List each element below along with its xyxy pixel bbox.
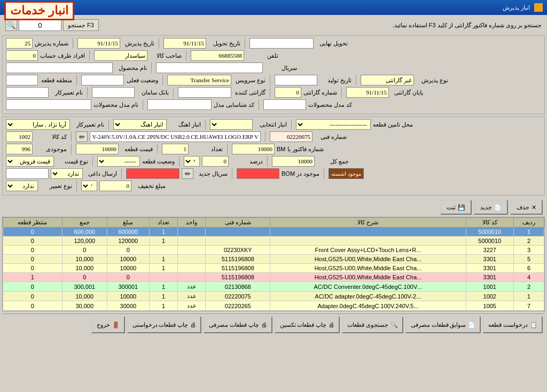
serial-daghi-input[interactable] [6, 168, 49, 179]
mojodi-input[interactable] [6, 144, 33, 154]
table-row[interactable]: 33227...Front Cover Assy+LCD+Touch Lens+… [3, 246, 544, 255]
serial-daghi-select[interactable]: ندارد [51, 168, 83, 179]
سوابق-قطعات-مصرفی-button[interactable]: 📄سوابق قطعات مصرفی [405, 316, 481, 333]
btn-label: چاپ قطعات درخواستی [132, 322, 189, 328]
anbar-entekhabee-select[interactable] [210, 119, 253, 130]
درخواست-قطعه-button[interactable]: 📋درخواست قطعه [483, 316, 543, 333]
now-servis-input[interactable] [167, 75, 231, 85]
tedad-input[interactable] [162, 144, 189, 154]
bom-red-input [237, 168, 279, 179]
shomare-fani-input[interactable] [270, 131, 312, 142]
btn-label: سوابق قطعات مصرفی [411, 322, 466, 328]
nam-model-label: نام مدل محصولات [93, 101, 138, 108]
tarikh-paziresh-input[interactable] [77, 38, 120, 49]
serial-jadid-edit-button[interactable]: ✏ [182, 168, 193, 179]
چاپ-قطعات-مصرفی-button[interactable]: 🖨چاپ قطعات مصرفی [204, 316, 272, 333]
tedad-label: تعداد [191, 146, 223, 153]
sabt-icon: 💾 [458, 204, 465, 211]
table-row[interactable]: 150000101600000600,0000 [3, 228, 544, 237]
garanty-konande-input[interactable] [178, 87, 231, 98]
name-taminkar-select[interactable]: آریا نژاد , سارا [6, 119, 70, 130]
kod-model-label: کد مدل محصولات [308, 101, 352, 108]
tarikh-tahvil-label: تاریخ تحویل [208, 40, 240, 47]
خروج-button[interactable]: 🚪خروج [91, 316, 125, 333]
ghimat-ghate-input[interactable] [76, 144, 119, 154]
shomare-factor-bm-input[interactable] [232, 144, 275, 154]
barcode-input[interactable] [90, 131, 261, 142]
bom-label: موجود در BOM [282, 170, 319, 177]
search-input[interactable] [19, 19, 61, 31]
tarikh-tolid-input[interactable] [275, 75, 317, 85]
table-row[interactable]: 250000101120000120,0000 [3, 237, 544, 246]
tarikh-paziresh-label: تاریخ پذیرش [122, 40, 154, 47]
name-taminkar-top-label: نام تعمیرکار [51, 89, 83, 96]
kod-model-input[interactable] [263, 99, 306, 110]
bom-button[interactable]: موجود اشسته [329, 168, 364, 179]
col-mablagh: مبلغ [107, 218, 149, 228]
kod-shenasaei-input[interactable] [147, 99, 212, 110]
table-row[interactable]: 11002...AC/DC adapter.0degC-45degC.100V-… [3, 292, 544, 301]
جستجوی-قطعات-button[interactable]: 🔍جستجوی قطعات [342, 316, 403, 333]
btn-icon: 🔍 [390, 322, 398, 328]
serial-input[interactable] [156, 62, 263, 73]
darsad-input[interactable] [202, 156, 229, 167]
form-row-4: نوع پذیرش تاریخ تولید نوع سرویس وضعیت فع… [6, 75, 541, 85]
table-row[interactable]: 71005...Adapter.0degC.45degC.100V.240V.5… [3, 301, 544, 311]
table-row[interactable]: 21001...AC/DC Conventer.0degC-45degC.100… [3, 282, 544, 292]
detail-row-1: محل تامین قطعه ------------------- انبار… [6, 119, 541, 130]
payan-garanti-input[interactable] [346, 87, 389, 98]
garanty-konande-label: گارانتی کننده [233, 89, 265, 96]
now-ghimat-label: نوع قیمت [56, 158, 88, 165]
darsad-select[interactable]: ▼ [184, 156, 200, 167]
table-header-row: ردیف کد کالا شرح کالا شماره فنی واحد تعد… [3, 218, 544, 228]
jadid-button[interactable]: 📄 جدید [474, 200, 508, 215]
tahvil-nahaei-label: تحویل نهایی [316, 40, 348, 47]
anbar-ahang-select[interactable]: انبار اهنگ [113, 119, 167, 130]
now-paziresh-input[interactable] [361, 75, 414, 85]
bank-saman-input[interactable] [92, 87, 135, 98]
now-tamir-select[interactable]: ندارد [6, 181, 38, 191]
mablagh-takhfif-select[interactable]: ▼ [81, 181, 97, 191]
barcode-edit-button[interactable]: ✏ [76, 131, 88, 142]
anbar-ahang-label: انبار اهنگ [169, 121, 201, 128]
afrad-taraf-hesab-input[interactable] [6, 50, 38, 61]
mahale-tamin-select[interactable]: ------------------- [296, 119, 371, 130]
payan-garanti-label: پایان گارانتی [391, 89, 423, 96]
table-section: ردیف کد کالا شرح کالا شماره فنی واحد تعد… [2, 217, 545, 311]
hazf-button[interactable]: ✕ حذف [510, 200, 543, 215]
btn-icon: 📄 [468, 322, 475, 328]
serial-daghi-label: ارسال داغی [85, 170, 117, 177]
search-icon-button[interactable]: 🔍 [5, 19, 17, 31]
saheb-kala-input[interactable] [94, 50, 147, 61]
now-ghimat-select[interactable]: قیمت فروش [6, 156, 54, 167]
sabt-button[interactable]: 💾 ثبت [440, 200, 472, 215]
vaziat-ghate-select[interactable]: ------ [97, 156, 140, 167]
shomare-garanti-label: شماره گارانتی [303, 89, 337, 96]
shomare-paziresh-input[interactable] [6, 38, 33, 49]
mablagh-takhfif-input[interactable] [99, 181, 131, 191]
btn-label: چاپ قطعات مصرفی [209, 322, 259, 328]
mantaghe-ghate-input[interactable] [6, 75, 38, 85]
tarikh-tahvil-input[interactable] [163, 38, 206, 49]
mojodi-label: موجودی [35, 146, 67, 153]
shomare-garanti-input[interactable] [275, 87, 301, 98]
logo: انبار خدمات [4, 1, 74, 20]
vaziat-feli-input[interactable] [81, 75, 124, 85]
name-taminkar-top-input[interactable] [6, 87, 49, 98]
anbar-entekhabee-label: انبار انتخابی [255, 121, 287, 128]
detail-row-4: جمع کل درصد ▼ وضعیت قطعه ------ نوع قیمت… [6, 156, 541, 167]
table-row[interactable]: 43301...Host,G525-U00,White,Middle East … [3, 273, 544, 282]
kod-kala-input[interactable] [6, 131, 33, 142]
nam-model-input[interactable] [6, 99, 91, 110]
search-f3-button[interactable]: F3 جستجو [63, 19, 99, 31]
telefon-input[interactable] [191, 50, 244, 61]
table-row[interactable]: 53301...Host,G525-U00,White,Middle East … [3, 255, 544, 264]
btn-label: درخواست قطعه [488, 322, 528, 328]
serial-label: سریال [265, 65, 297, 72]
nam-mahsool-input[interactable] [6, 62, 113, 73]
jame-kol-input[interactable] [272, 156, 315, 167]
tahvil-nahaei-input[interactable] [249, 38, 314, 49]
چاپ-قطعات-تکسین-button[interactable]: 🖨چاپ قطعات تکسین [275, 316, 340, 333]
چاپ-قطعات-درخواستی-button[interactable]: 🖨چاپ قطعات درخواستی [127, 316, 202, 333]
table-row[interactable]: 63301...Host,G525-U00,White,Middle East … [3, 264, 544, 273]
